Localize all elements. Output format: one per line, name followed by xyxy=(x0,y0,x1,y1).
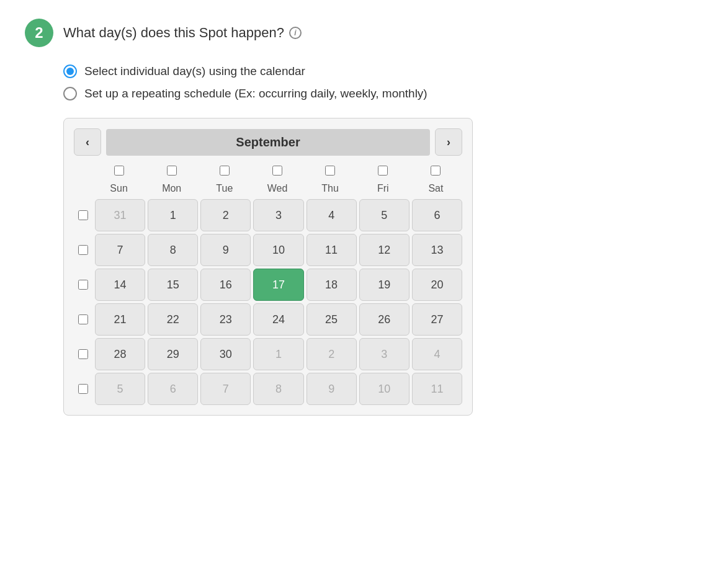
day-cell[interactable]: 19 xyxy=(359,269,409,301)
row-checkbox-2[interactable] xyxy=(74,280,92,290)
day-cell[interactable]: 8 xyxy=(148,234,198,266)
radio-circle-individual[interactable] xyxy=(63,65,77,78)
radio-circle-repeating[interactable] xyxy=(63,87,77,100)
row-checkbox-0[interactable] xyxy=(74,210,92,220)
day-cell[interactable]: 13 xyxy=(412,234,462,266)
day-cell[interactable]: 28 xyxy=(95,338,145,370)
day-cell[interactable]: 3 xyxy=(359,338,409,370)
calendar-header: ‹ September › xyxy=(74,128,462,156)
day-cell[interactable]: 3 xyxy=(253,199,303,231)
day-cell[interactable]: 26 xyxy=(359,303,409,336)
radio-repeating[interactable]: Set up a repeating schedule (Ex: occurri… xyxy=(63,87,691,100)
calendar-grid: 3112345678910111213141516171819202122232… xyxy=(74,199,462,405)
info-icon[interactable]: i xyxy=(289,27,302,39)
day-cell[interactable]: 9 xyxy=(200,234,251,266)
day-header-mon: Mon xyxy=(145,180,198,197)
day-cell[interactable]: 1 xyxy=(253,338,303,370)
day-header-spacer xyxy=(74,180,92,197)
day-cell[interactable]: 22 xyxy=(148,303,198,336)
day-cell[interactable]: 11 xyxy=(307,234,357,266)
day-header-sun: Sun xyxy=(92,180,145,197)
calendar-row: 31123456 xyxy=(74,199,462,231)
day-cell[interactable]: 4 xyxy=(412,338,462,370)
day-header-tue: Tue xyxy=(198,180,251,197)
prev-month-button[interactable]: ‹ xyxy=(74,128,101,156)
question-header: 2 What day(s) does this Spot happen? i xyxy=(25,19,691,47)
day-cell[interactable]: 15 xyxy=(148,269,198,301)
day-cell[interactable]: 23 xyxy=(200,303,251,336)
day-cell[interactable]: 14 xyxy=(95,269,145,301)
day-header-thu: Thu xyxy=(304,180,357,197)
row-cb-input-4[interactable] xyxy=(78,349,88,359)
day-header-fri: Fri xyxy=(357,180,409,197)
col-checkbox-tue[interactable] xyxy=(220,166,230,176)
calendar-row: 78910111213 xyxy=(74,234,462,266)
day-cell[interactable]: 9 xyxy=(307,373,357,405)
day-cell[interactable]: 10 xyxy=(253,234,303,266)
day-cell[interactable]: 7 xyxy=(95,234,145,266)
col-cb-sat[interactable] xyxy=(409,166,462,176)
radio-individual[interactable]: Select individual day(s) using the calen… xyxy=(63,65,691,78)
row-cb-input-3[interactable] xyxy=(78,314,88,324)
row-checkbox-1[interactable] xyxy=(74,245,92,255)
col-checkbox-sun[interactable] xyxy=(114,166,124,176)
day-cell[interactable]: 24 xyxy=(253,303,303,336)
day-cell[interactable]: 12 xyxy=(359,234,409,266)
day-cell[interactable]: 6 xyxy=(412,199,462,231)
col-checkbox-fri[interactable] xyxy=(378,166,388,176)
row-checkbox-4[interactable] xyxy=(74,349,92,359)
day-cell[interactable]: 30 xyxy=(200,338,251,370)
day-cell[interactable]: 7 xyxy=(200,373,251,405)
day-cell[interactable]: 1 xyxy=(148,199,198,231)
col-cb-thu[interactable] xyxy=(304,166,357,176)
row-checkbox-5[interactable] xyxy=(74,384,92,394)
next-month-button[interactable]: › xyxy=(435,128,462,156)
col-cb-fri[interactable] xyxy=(357,166,409,176)
col-cb-sun[interactable] xyxy=(92,166,145,176)
day-cell[interactable]: 5 xyxy=(359,199,409,231)
col-checkbox-mon[interactable] xyxy=(167,166,177,176)
day-cell[interactable]: 5 xyxy=(95,373,145,405)
step-badge: 2 xyxy=(25,19,53,47)
row-cb-input-1[interactable] xyxy=(78,245,88,255)
day-header-sat: Sat xyxy=(409,180,462,197)
day-cell[interactable]: 16 xyxy=(200,269,251,301)
day-cell[interactable]: 4 xyxy=(307,199,357,231)
col-checkbox-wed[interactable] xyxy=(272,166,282,176)
radio-individual-label: Select individual day(s) using the calen… xyxy=(84,65,305,78)
question-label: What day(s) does this Spot happen? xyxy=(63,25,284,41)
col-checkbox-thu[interactable] xyxy=(325,166,335,176)
col-cb-mon[interactable] xyxy=(145,166,198,176)
calendar-row: 14151617181920 xyxy=(74,269,462,301)
day-cell[interactable]: 2 xyxy=(307,338,357,370)
col-cb-wed[interactable] xyxy=(251,166,303,176)
row-cb-input-2[interactable] xyxy=(78,280,88,290)
col-checkbox-sat[interactable] xyxy=(431,166,441,176)
day-cell[interactable]: 31 xyxy=(95,199,145,231)
day-cell[interactable]: 29 xyxy=(148,338,198,370)
question-text: What day(s) does this Spot happen? i xyxy=(63,25,302,41)
day-headers-row: Sun Mon Tue Wed Thu Fri Sat xyxy=(74,180,462,197)
day-cell[interactable]: 17 xyxy=(253,269,303,301)
row-cb-input-0[interactable] xyxy=(78,210,88,220)
calendar-row: 567891011 xyxy=(74,373,462,405)
day-cell[interactable]: 18 xyxy=(307,269,357,301)
month-label: September xyxy=(106,129,430,156)
calendar-row: 21222324252627 xyxy=(74,303,462,336)
day-cell[interactable]: 2 xyxy=(200,199,251,231)
column-checkboxes-row xyxy=(74,166,462,176)
day-header-wed: Wed xyxy=(251,180,303,197)
day-cell[interactable]: 21 xyxy=(95,303,145,336)
day-cell[interactable]: 25 xyxy=(307,303,357,336)
day-cell[interactable]: 10 xyxy=(359,373,409,405)
day-cell[interactable]: 8 xyxy=(253,373,303,405)
radio-repeating-label: Set up a repeating schedule (Ex: occurri… xyxy=(84,87,427,100)
day-cell[interactable]: 27 xyxy=(412,303,462,336)
row-checkbox-3[interactable] xyxy=(74,314,92,324)
calendar-container: ‹ September › Sun Mon Tue Wed Thu Fri Sa… xyxy=(63,118,473,416)
col-cb-tue[interactable] xyxy=(198,166,251,176)
day-cell[interactable]: 20 xyxy=(412,269,462,301)
day-cell[interactable]: 11 xyxy=(412,373,462,405)
row-cb-input-5[interactable] xyxy=(78,384,88,394)
day-cell[interactable]: 6 xyxy=(148,373,198,405)
